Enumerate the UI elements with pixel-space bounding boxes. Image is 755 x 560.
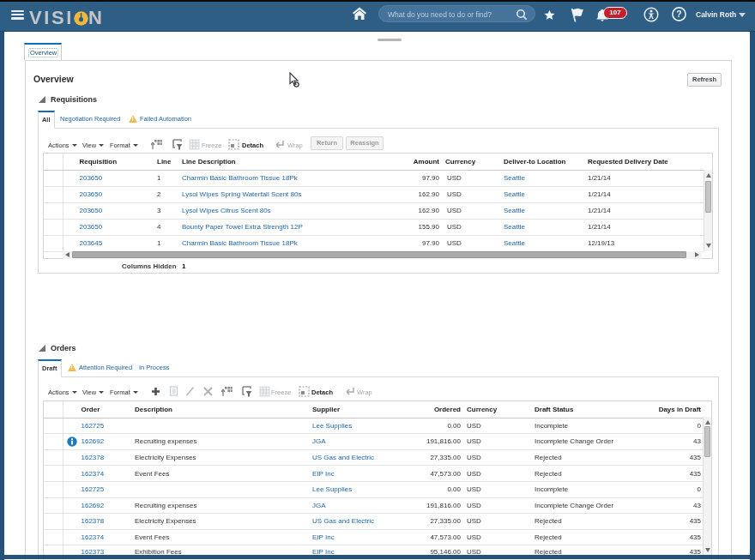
svg-text:?: ?	[676, 9, 681, 19]
